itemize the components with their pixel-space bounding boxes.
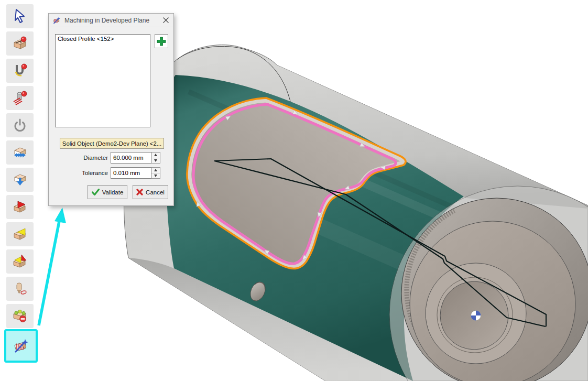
diameter-spinner-down[interactable] [151,158,160,164]
diameter-spinner [151,152,160,164]
toolbar-button-machining-developed-plane[interactable] [4,329,38,363]
cancel-x-icon [136,189,143,195]
dialog-title-bar[interactable]: Machining in Developed Plane [49,14,173,27]
toolbar-button-box-spheres-forbidden[interactable] [6,304,34,328]
toolbar-button-power-toggle[interactable] [6,113,34,137]
pointer-select-icon [11,7,29,25]
validate-label: Validate [102,189,124,195]
profile-listbox[interactable]: Closed Profile <152> [55,34,150,127]
tolerance-input[interactable] [111,167,151,179]
cancel-button[interactable]: Cancel [133,185,168,199]
toolbar-button-box-arrow-down[interactable] [6,168,34,192]
profile-list-item[interactable]: Closed Profile <152> [56,35,150,43]
diameter-input[interactable] [111,152,151,164]
box-arrow-down-icon [11,171,29,189]
diameter-label: Diameter [49,155,111,161]
toolbar-button-box-arrow-horizontal[interactable] [6,140,34,165]
toolbar [6,0,38,381]
add-profile-button[interactable] [155,34,168,48]
toolbar-button-drill-bit-ellipse[interactable] [6,277,34,301]
box-flag-yellow-icon [11,225,29,243]
validate-check-icon [92,189,100,195]
add-profile-icon [156,36,167,47]
tolerance-spinner [151,167,160,179]
box-flags-yellow-red-icon [11,253,29,270]
tolerance-label: Tolerance [49,170,111,176]
tolerance-spinner-up[interactable] [151,168,160,173]
box-spheres-forbidden-icon [11,307,29,325]
validate-button[interactable]: Validate [88,185,127,199]
tolerance-row: Tolerance [49,167,173,179]
machining-developed-plane-title-icon [52,16,61,25]
solid-object-button[interactable]: Solid Object (Demo2-Dev Plane) <2... [60,138,164,149]
diameter-row: Diameter [49,152,173,164]
diameter-spinner-up[interactable] [151,153,160,158]
drill-bit-ellipse-icon [11,280,29,298]
toolbar-button-box-flag-red[interactable] [6,195,34,219]
toolbar-button-turning-tool-red-dot[interactable] [6,86,34,110]
box-arrow-horizontal-icon [11,144,29,161]
toolbar-button-stock-box-red-dot[interactable] [6,31,34,56]
tolerance-spinner-down[interactable] [151,173,160,179]
origin-marker [471,311,481,321]
cancel-label: Cancel [146,189,165,195]
close-icon [162,17,169,24]
stock-box-red-dot-icon [11,35,29,52]
box-flag-red-icon [11,198,29,216]
drill-tool-red-dot-icon [11,62,29,80]
dialog-buttons: Validate Cancel [49,185,173,199]
dialog-close-button[interactable] [161,16,170,25]
turning-tool-red-dot-icon [11,89,29,107]
machining-dialog: Machining in Developed Plane Closed Prof… [48,13,174,206]
toolbar-button-box-flags-yellow-red[interactable] [6,249,34,274]
dialog-title: Machining in Developed Plane [64,17,161,24]
toolbar-button-pointer-select[interactable] [6,4,34,28]
toolbar-button-drill-tool-red-dot[interactable] [6,59,34,83]
machining-developed-plane-icon [13,338,29,354]
toolbar-button-box-flag-yellow[interactable] [6,222,34,246]
power-toggle-icon [11,116,29,134]
